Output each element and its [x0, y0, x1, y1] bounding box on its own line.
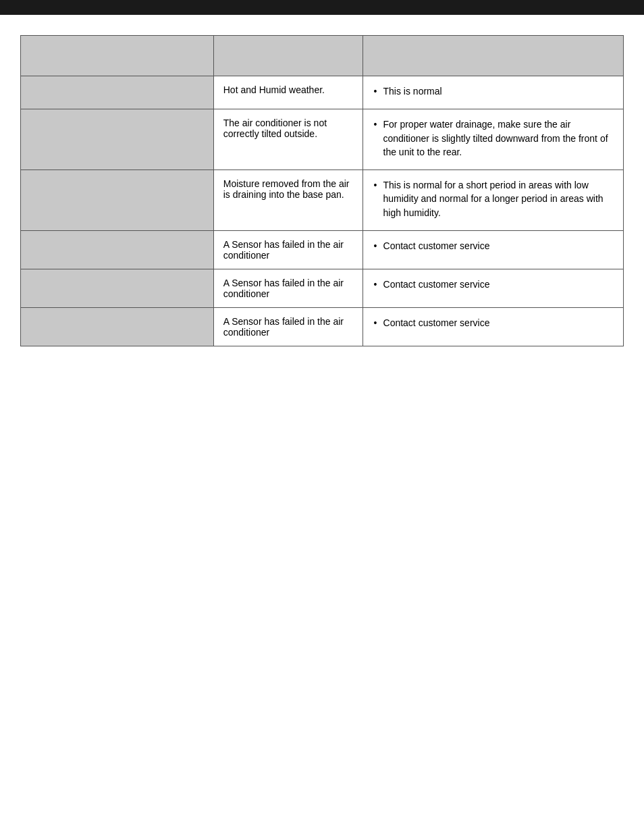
- solution-cell: Contact customer service: [363, 269, 623, 308]
- table-header-row: [21, 36, 624, 76]
- solution-item: This is normal for a short period in are…: [373, 178, 614, 219]
- cause-cell: Hot and Humid weather.: [213, 76, 363, 109]
- table-row: A Sensor has failed in the air condition…: [21, 269, 624, 308]
- symptom-cell: [21, 109, 214, 170]
- table-row: A Sensor has failed in the air condition…: [21, 231, 624, 269]
- solution-cell: For proper water drainage, make sure the…: [363, 109, 623, 170]
- cause-cell: Moisture removed from the air is drainin…: [213, 170, 363, 231]
- cause-cell: The air conditioner is not correctly til…: [213, 109, 363, 170]
- cause-cell: A Sensor has failed in the air condition…: [213, 269, 363, 308]
- cause-cell: A Sensor has failed in the air condition…: [213, 231, 363, 269]
- solution-item: For proper water drainage, make sure the…: [373, 118, 614, 159]
- solution-item: Contact customer service: [373, 278, 614, 291]
- solution-item: This is normal: [373, 84, 614, 98]
- header-bar: [0, 0, 644, 15]
- col-header-cause: [213, 36, 363, 76]
- solution-item: Contact customer service: [373, 239, 614, 253]
- solution-cell: This is normal: [363, 76, 623, 109]
- symptom-cell: [21, 231, 214, 269]
- symptom-cell: [21, 269, 214, 308]
- table-row: Moisture removed from the air is drainin…: [21, 170, 624, 231]
- table-row: The air conditioner is not correctly til…: [21, 109, 624, 170]
- table-row: A Sensor has failed in the air condition…: [21, 308, 624, 346]
- table-row: Hot and Humid weather.This is normal: [21, 76, 624, 109]
- symptom-cell: [21, 308, 214, 346]
- solution-cell: Contact customer service: [363, 231, 623, 269]
- solution-cell: Contact customer service: [363, 308, 623, 346]
- col-header-symptom: [21, 36, 214, 76]
- cause-cell: A Sensor has failed in the air condition…: [213, 308, 363, 346]
- solution-item: Contact customer service: [373, 316, 614, 330]
- troubleshoot-table: Hot and Humid weather.This is normalThe …: [20, 35, 624, 346]
- page-content: Hot and Humid weather.This is normalThe …: [0, 15, 644, 367]
- symptom-cell: [21, 170, 214, 231]
- symptom-cell: [21, 76, 214, 109]
- solution-cell: This is normal for a short period in are…: [363, 170, 623, 231]
- col-header-solution: [363, 36, 623, 76]
